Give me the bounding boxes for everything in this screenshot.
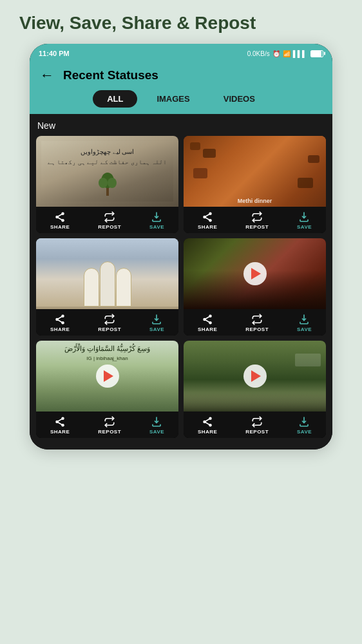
app-title: Recent Statuses: [63, 68, 158, 82]
repost-label-6: REPOST: [245, 429, 269, 435]
save-label-5: SAVE: [149, 429, 164, 435]
share-button-5[interactable]: SHARE: [50, 416, 70, 435]
share-label-2: SHARE: [198, 224, 218, 230]
save-button-2[interactable]: SAVE: [297, 211, 312, 230]
svg-point-2: [99, 178, 108, 188]
action-bar-5: SHARE REPOST: [36, 412, 178, 438]
status-right: 0.0KB/s ⏰ 📶 ▌▌▌: [247, 50, 323, 57]
save-label-6: SAVE: [297, 429, 312, 435]
save-icon-4: [298, 314, 310, 325]
section-new-label: New: [36, 120, 326, 131]
content-area: New اسی لیے چھچڑواویںاللہ ہماری حفاظت کے…: [30, 114, 332, 450]
svg-line-17: [57, 316, 63, 319]
save-button-5[interactable]: SAVE: [149, 416, 164, 435]
save-button-1[interactable]: SAVE: [149, 211, 164, 230]
share-icon-5: [54, 416, 66, 428]
media-card-2: Methi dinner SHARE: [184, 136, 326, 233]
save-button-6[interactable]: SAVE: [297, 416, 312, 435]
battery-icon: [310, 50, 323, 57]
filter-videos-button[interactable]: VIDEOS: [209, 90, 269, 108]
share-label-5: SHARE: [50, 429, 70, 435]
save-icon-1: [151, 211, 162, 223]
repost-label-3: REPOST: [98, 327, 121, 332]
action-bar-3: SHARE REPOST: [36, 309, 178, 336]
tree-icon: [98, 167, 117, 196]
repost-label-1: REPOST: [98, 224, 121, 230]
battery-fill: [311, 51, 321, 57]
save-icon-6: [298, 416, 310, 428]
share-icon-4: [202, 314, 213, 325]
svg-line-32: [205, 419, 211, 422]
share-button-6[interactable]: SHARE: [198, 416, 218, 435]
status-time: 11:40 PM: [39, 50, 70, 57]
repost-button-4[interactable]: REPOST: [245, 314, 269, 332]
media-grid-row2: SHARE REPOST: [36, 238, 326, 336]
filter-images-button[interactable]: IMAGES: [142, 90, 204, 108]
save-label-3: SAVE: [149, 327, 164, 332]
back-button[interactable]: ←: [40, 68, 54, 82]
signal-icon: 📶: [283, 50, 291, 57]
share-button-4[interactable]: SHARE: [198, 314, 218, 332]
play-button-4[interactable]: [243, 262, 267, 285]
media-thumb-3[interactable]: [36, 238, 178, 309]
svg-line-27: [57, 419, 63, 422]
repost-icon-4: [251, 314, 263, 325]
share-icon-3: [54, 314, 66, 325]
filter-all-button[interactable]: ALL: [93, 90, 137, 108]
speed-indicator: 0.0KB/s: [247, 50, 270, 57]
food-label: Methi dinner: [184, 198, 326, 204]
save-label-1: SAVE: [149, 224, 164, 230]
media-card-6: SHARE REPOST: [184, 341, 326, 438]
play-triangle-5: [104, 370, 113, 382]
save-button-4[interactable]: SAVE: [297, 314, 312, 332]
share-button-2[interactable]: SHARE: [198, 211, 218, 230]
play-button-5[interactable]: [96, 365, 119, 388]
repost-icon-2: [251, 211, 263, 223]
share-icon-2: [202, 211, 213, 223]
repost-icon-1: [104, 211, 115, 223]
svg-line-23: [205, 319, 211, 323]
share-label-1: SHARE: [50, 224, 70, 230]
play-triangle-4: [251, 268, 261, 279]
save-icon-3: [151, 314, 162, 325]
share-button-1[interactable]: SHARE: [50, 211, 70, 230]
action-bar-1: SHARE REPOST: [36, 207, 178, 233]
media-thumb-6[interactable]: [184, 341, 326, 412]
action-bar-2: SHARE REPOST: [184, 207, 326, 233]
share-label-6: SHARE: [198, 429, 218, 435]
media-thumb-2[interactable]: Methi dinner: [184, 136, 326, 207]
action-bar-4: SHARE REPOST: [184, 309, 326, 336]
play-button-6[interactable]: [243, 365, 267, 388]
instagram-handle-5: IG | inbihaaj_khan: [86, 355, 128, 361]
media-card-4: SHARE REPOST: [184, 238, 326, 336]
repost-icon-3: [104, 314, 115, 325]
repost-button-1[interactable]: REPOST: [98, 211, 121, 230]
repost-label-5: REPOST: [98, 429, 121, 435]
urdu-text-1: اسی لیے چھچڑواویںاللہ ہماری حفاظت کے لیے…: [48, 147, 167, 167]
media-card-5: وَسِعَ كُرْسِيُّهُ السَّمَاوَاتِ وَالْأَ…: [36, 341, 178, 438]
save-label-4: SAVE: [297, 327, 312, 332]
repost-button-5[interactable]: REPOST: [98, 416, 121, 435]
svg-line-8: [57, 217, 63, 220]
svg-line-33: [205, 422, 211, 425]
share-button-3[interactable]: SHARE: [50, 314, 70, 332]
share-icon-6: [202, 416, 213, 428]
media-thumb-1[interactable]: اسی لیے چھچڑواویںاللہ ہماری حفاظت کے لیے…: [36, 136, 178, 207]
media-grid-row1: اسی لیے چھچڑواویںاللہ ہماری حفاظت کے لیے…: [36, 136, 326, 233]
repost-button-6[interactable]: REPOST: [245, 416, 269, 435]
media-card-3: SHARE REPOST: [36, 238, 178, 336]
wifi-icon: ▌▌▌: [293, 50, 307, 57]
svg-line-13: [205, 217, 211, 220]
svg-line-18: [57, 319, 63, 323]
repost-button-3[interactable]: REPOST: [98, 314, 121, 332]
save-icon-5: [151, 416, 162, 428]
media-thumb-5[interactable]: وَسِعَ كُرْسِيُّهُ السَّمَاوَاتِ وَالْأَ…: [36, 341, 178, 412]
repost-button-2[interactable]: REPOST: [245, 211, 269, 230]
share-icon-1: [54, 211, 66, 223]
play-triangle-6: [251, 370, 261, 382]
repost-label-2: REPOST: [245, 224, 269, 230]
save-button-3[interactable]: SAVE: [149, 314, 164, 332]
media-thumb-4[interactable]: [184, 238, 326, 309]
page-heading: View, Save, Share & Repost: [0, 0, 362, 44]
svg-line-12: [205, 214, 211, 217]
